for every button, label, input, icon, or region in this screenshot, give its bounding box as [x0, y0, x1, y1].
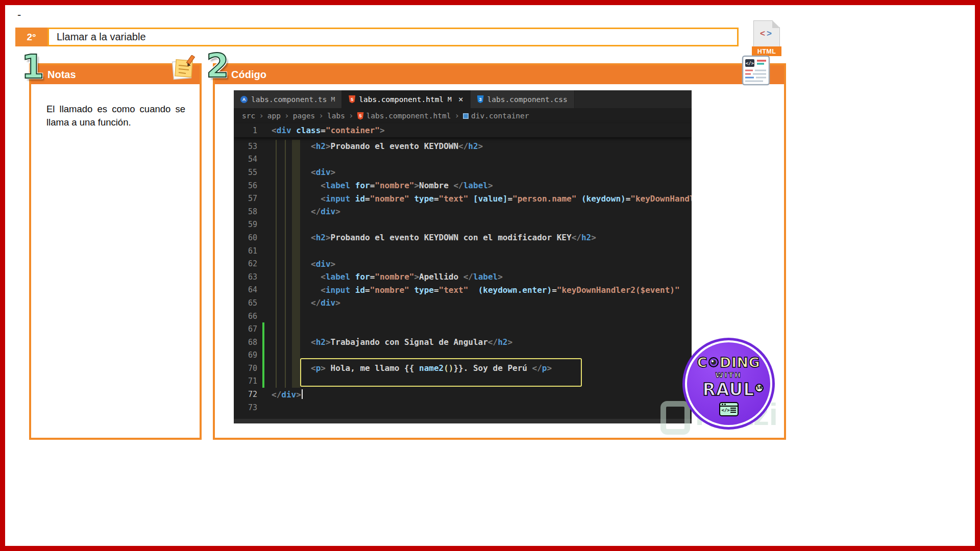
camera-lens-icon	[708, 357, 719, 367]
gutter-mark	[257, 192, 272, 205]
line-number: 73	[234, 403, 257, 412]
line-number: 60	[234, 233, 257, 242]
gutter-mark	[257, 140, 272, 153]
tab-label: labs.component.ts	[251, 95, 327, 104]
line-number: 69	[234, 350, 257, 360]
code-line-64[interactable]: 64<input id="nombre" type="text" (keydow…	[234, 284, 692, 297]
code-line-54[interactable]: 54	[234, 153, 692, 166]
breadcrumb-separator: ›	[284, 112, 289, 120]
code-line-65[interactable]: 65</div>	[234, 296, 692, 310]
code-line-61[interactable]: 61	[234, 244, 692, 258]
line-number: 63	[234, 272, 257, 282]
line-number: 59	[234, 220, 257, 229]
css-file-icon	[477, 95, 484, 103]
line-number: 56	[234, 181, 257, 190]
line-content: <div>	[272, 167, 335, 177]
line-number: 71	[234, 377, 257, 386]
line-number: 68	[234, 338, 257, 347]
gutter-mark	[257, 179, 272, 192]
line-number: 58	[234, 207, 257, 216]
code-line-71[interactable]: 71	[234, 375, 692, 388]
code-line-59[interactable]: 59	[234, 218, 692, 232]
tab-labs.component.html[interactable]: labs.component.htmlM×	[342, 90, 470, 108]
code-line-53[interactable]: 53<h2>Probando el evento KEYDOWN</h2>	[234, 140, 692, 153]
code-line-55[interactable]: 55<div>	[234, 166, 692, 179]
horizontal-scrollbar[interactable]	[234, 419, 692, 423]
code-line-70[interactable]: 70<p> Hola, me llamo {{ name2()}}. Soy d…	[234, 362, 692, 375]
tab-labs.component.ts[interactable]: labs.component.tsM	[234, 90, 342, 108]
text-cursor	[302, 389, 303, 399]
line-number: 1	[234, 126, 257, 135]
angle-brackets-icon: <>	[753, 29, 780, 39]
indent-guide	[292, 140, 300, 388]
gutter-mark	[257, 401, 272, 414]
close-icon[interactable]: ×	[458, 94, 463, 104]
sticky-scroll-line[interactable]: 1<div class="container">	[234, 123, 692, 137]
tab-strip-filler	[575, 90, 692, 108]
code-line-68[interactable]: 68<h2>Trabajando con Signal de Angular</…	[234, 336, 692, 349]
modified-badge: M	[448, 95, 452, 103]
slide: - 2° Llamar a la variable <> HTML 1 Nota…	[0, 0, 980, 551]
gutter-mark	[257, 231, 272, 244]
notas-text: El llamado es como cuando se llama a una…	[46, 103, 185, 129]
tab-label: labs.component.css	[487, 95, 568, 104]
breadcrumb-item-div.container[interactable]: div.container	[463, 112, 529, 120]
slide-number-badge: 2°	[15, 28, 47, 46]
code-line-66[interactable]: 66	[234, 310, 692, 323]
breadcrumb-item-labs[interactable]: labs	[327, 112, 345, 120]
gutter-mark	[257, 322, 272, 336]
line-number: 53	[234, 142, 257, 151]
page-title: Llamar a la variable	[47, 28, 739, 46]
coding-with-raul-logo: CDING WITH RAUL SR </>	[682, 338, 775, 430]
code-line-67[interactable]: 67	[234, 322, 692, 336]
line-number: 65	[234, 298, 257, 308]
line-number: 64	[234, 285, 257, 294]
line-content: <label for="nombre">Nombre </label>	[272, 181, 493, 190]
line-content: <label for="nombre">Apellido </label>	[272, 272, 503, 282]
code-line-69[interactable]: 69	[234, 349, 692, 362]
document-fold	[772, 20, 780, 28]
line-number: 57	[234, 194, 257, 203]
line-content: <input id="nombre" type="text" (keydown.…	[272, 285, 680, 295]
html-file-icon	[357, 112, 364, 120]
breadcrumb-item-src[interactable]: src	[242, 112, 255, 120]
breadcrumb: src›app›pages›labs›labs.component.html›d…	[234, 108, 692, 123]
symbol-cube-icon	[463, 113, 469, 119]
code-line-62[interactable]: 62<div>	[234, 257, 692, 270]
section-number-2: 2	[206, 47, 229, 85]
code-line-73[interactable]: 73	[234, 401, 692, 414]
breadcrumb-item-app[interactable]: app	[267, 112, 281, 120]
gutter-mark	[257, 153, 272, 166]
line-content: </div>	[272, 298, 340, 308]
line-content: <div class="container">	[272, 126, 385, 135]
tab-label: labs.component.html	[359, 95, 444, 104]
gutter-mark	[257, 166, 272, 179]
breadcrumb-separator: ›	[259, 112, 264, 120]
indent-guide	[285, 140, 286, 388]
breadcrumb-item-labs.component.html[interactable]: labs.component.html	[357, 112, 451, 120]
code-area[interactable]: 53<h2>Probando el evento KEYDOWN</h2>545…	[234, 137, 692, 414]
code-line-57[interactable]: 57<input id="nombre" type="text" [value]…	[234, 192, 692, 205]
breadcrumb-separator: ›	[318, 112, 324, 120]
code-line-58[interactable]: 58</div>	[234, 205, 692, 218]
logo-coding-text: CDING	[697, 355, 761, 370]
logo-window-icon: </>	[719, 402, 739, 416]
code-line-63[interactable]: 63<label for="nombre">Apellido </label>	[234, 270, 692, 284]
line-content: </div>	[272, 389, 303, 399]
code-line-56[interactable]: 56<label for="nombre">Nombre </label>	[234, 179, 692, 192]
code-line-60[interactable]: 60<h2>Probando el evento KEYDOWN con el …	[234, 231, 692, 244]
gutter-mark	[257, 388, 272, 401]
gutter-mark	[257, 257, 272, 270]
gutter-mark	[257, 362, 272, 375]
code-line-72[interactable]: 72</div>	[234, 388, 692, 401]
line-number: 66	[234, 312, 257, 321]
gutter-mark	[257, 336, 272, 349]
modified-badge: M	[331, 95, 335, 103]
tab-labs.component.css[interactable]: labs.component.css	[471, 90, 575, 108]
gutter-mark	[257, 284, 272, 297]
editor-tab-strip: labs.component.tsMlabs.component.htmlM×l…	[234, 90, 692, 108]
breadcrumb-separator: ›	[454, 112, 459, 120]
gutter-mark	[257, 244, 272, 258]
line-content: <h2>Trabajando con Signal de Angular</h2…	[272, 337, 512, 347]
breadcrumb-item-pages[interactable]: pages	[293, 112, 315, 120]
